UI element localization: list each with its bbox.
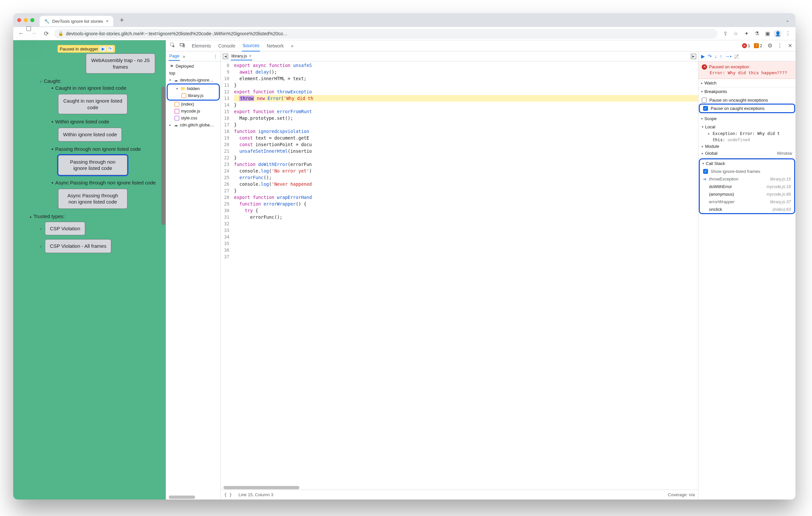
navigator-scrollbar[interactable] <box>166 495 221 499</box>
exception-error-icon: ✕ <box>702 64 707 70</box>
stack-frame[interactable]: errorWrapperlibrary.js:37 <box>700 198 794 206</box>
stepover-chip-icon[interactable]: ↷ <box>107 46 113 52</box>
tab-elements[interactable]: Elements <box>191 40 211 51</box>
new-tab-button[interactable]: + <box>117 16 124 24</box>
paused-in-debugger-chip: Paused in debugger ▶ ↷ <box>57 45 115 53</box>
resume-icon[interactable]: ▶ <box>701 54 705 59</box>
stack-frame[interactable]: doWithErrormycode.js:18 <box>700 183 794 190</box>
caught-item-1: Caught in non ignore listed code <box>52 85 164 91</box>
tabs-menu-chevron-icon[interactable]: ⌄ <box>786 18 791 23</box>
breakpoints-section[interactable]: ▾Breakpoints <box>698 87 795 96</box>
pause-uncaught-row[interactable]: Pause on uncaught exceptions <box>698 96 795 104</box>
editor-tab-library[interactable]: library.js × <box>231 52 252 60</box>
scope-module[interactable]: Module <box>698 143 795 150</box>
bookmark-star-icon[interactable]: ☆ <box>731 30 740 37</box>
step-icon[interactable]: →• <box>725 54 731 59</box>
scope-this: this: undefined <box>698 136 795 143</box>
close-tab-icon[interactable]: × <box>106 19 109 24</box>
tree-file-index[interactable]: (index) <box>166 101 221 108</box>
toggle-debugger-icon[interactable]: ▶ <box>691 54 696 59</box>
tree-folder-hidden[interactable]: 📁hidden <box>168 85 219 92</box>
extensions-puzzle-icon[interactable]: ✦ <box>742 30 751 37</box>
scope-local[interactable]: Local <box>698 123 795 130</box>
close-file-icon[interactable]: × <box>249 54 252 58</box>
zoom-window[interactable] <box>30 18 34 22</box>
tree-deployed[interactable]: ⚑Deployed <box>166 63 221 70</box>
wasm-trap-button[interactable]: WebAssembly trap - no JS frames <box>86 54 155 73</box>
coverage-label: Coverage: n/a <box>668 492 695 497</box>
share-icon[interactable]: ⇪ <box>721 30 729 37</box>
tree-origin[interactable]: ☁devtools-ignore… <box>166 77 221 84</box>
reload-button[interactable]: ⟳ <box>41 30 51 37</box>
format-icon[interactable]: { } <box>224 492 232 497</box>
tree-top[interactable]: top <box>166 70 221 77</box>
forward-button: → <box>29 30 38 37</box>
pause-uncaught-checkbox[interactable] <box>702 98 707 102</box>
sidepanel-icon[interactable]: ▣ <box>763 30 772 37</box>
navigator-menu-icon[interactable]: ⋮ <box>213 54 218 59</box>
rendered-page: Paused in debugger ▶ ↷ WebAssembly trap … <box>13 40 166 499</box>
csp-violation-button[interactable]: CSP Violation <box>45 222 85 236</box>
experiments-flask-icon[interactable]: ⚗ <box>753 30 761 37</box>
device-toolbar-icon[interactable] <box>179 42 186 49</box>
more-tabs-icon[interactable]: » <box>290 40 294 51</box>
trusted-types-heading: Trusted types: <box>30 213 164 219</box>
paused-message: ✕Paused on exception Error: Why did this… <box>698 61 795 79</box>
code-editor[interactable]: 8910111213141516171819202122232425262728… <box>221 61 698 486</box>
tab-sources[interactable]: Sources <box>242 40 260 52</box>
stack-frame[interactable]: onclick(index):83 <box>700 206 794 213</box>
tree-file-library[interactable]: library.js <box>168 92 219 99</box>
profile-avatar[interactable]: 👤 <box>774 30 782 38</box>
stepover-icon[interactable]: ↷ <box>708 54 712 59</box>
async-passing-button[interactable]: Async Passing through non ignore listed … <box>58 189 127 209</box>
within-ignore-button[interactable]: Within ignore listed code <box>58 128 122 142</box>
toggle-navigator-icon[interactable]: ◀ <box>223 54 228 59</box>
minimize-window[interactable] <box>24 18 28 22</box>
browser-tab[interactable]: 🔧 DevTools ignore list stories × <box>39 16 113 26</box>
devtools-topbar: Elements Console Sources Network » ✕1 !2… <box>166 40 795 52</box>
deactivate-breakpoints-icon[interactable]: ⬚̸ <box>734 54 739 59</box>
tree-cdn[interactable]: ☁cdn.glitch.globa… <box>166 121 221 128</box>
resume-chip-icon[interactable]: ▶ <box>100 46 106 52</box>
editor-status-bar: { } Line 15, Column 3 Coverage: n/a <box>221 490 698 499</box>
settings-gear-icon[interactable]: ⚙ <box>767 42 773 49</box>
editor-scrollbar[interactable] <box>221 486 698 490</box>
stepout-icon[interactable]: ↑ <box>720 54 723 59</box>
tab-console[interactable]: Console <box>218 40 236 51</box>
devtools-menu-icon[interactable]: ⋮ <box>777 42 783 49</box>
navigator-more-icon[interactable]: » <box>182 54 185 59</box>
page-scrollbar[interactable] <box>161 40 166 499</box>
back-button[interactable]: ← <box>17 30 26 37</box>
browser-toolbar: ← → ⟳ 🔒 devtools-ignore-list-stories.gli… <box>13 27 795 40</box>
close-devtools-icon[interactable]: ✕ <box>786 42 794 49</box>
close-window[interactable] <box>17 18 21 22</box>
callstack-section[interactable]: ▾Call Stack <box>700 159 794 168</box>
caught-item-2: Within ignore listed code <box>52 119 164 124</box>
tab-network[interactable]: Network <box>266 40 284 51</box>
warnings-badge[interactable]: !2 <box>754 43 762 48</box>
scope-global[interactable]: GlobalWindow <box>698 150 795 157</box>
passing-through-button[interactable]: Passing through non ignore listed code <box>58 155 127 175</box>
caught-non-ignore-button[interactable]: Caught in non ignore listed code <box>58 94 127 114</box>
line-gutter: 8910111213141516171819202122232425262728… <box>221 61 232 486</box>
navigator-page-tab[interactable]: Page <box>169 52 180 61</box>
inspect-element-icon[interactable] <box>169 42 177 49</box>
address-bar[interactable]: 🔒 devtools-ignore-list-stories.glitch.me… <box>54 29 718 39</box>
pause-caught-checkbox[interactable]: ✓ <box>703 106 708 111</box>
scope-exception[interactable]: ▸ Exception: Error: Why did t <box>698 130 795 136</box>
csp-violation-all-button[interactable]: CSP Violation - All frames <box>45 239 111 253</box>
debugger-sidebar: ▶ ↷ ↓ ↑ →• ⬚̸ ✕Paused on exception Error… <box>698 52 795 499</box>
show-ignored-frames-row[interactable]: ✓ Show ignore-listed frames <box>700 168 794 175</box>
scope-section[interactable]: ▾Scope <box>698 115 795 123</box>
stack-frame[interactable]: (anonymous)mycode.js:89 <box>700 190 794 198</box>
lock-icon: 🔒 <box>58 31 63 36</box>
stack-frame[interactable]: ➔throwExceptionlibrary.js:15 <box>700 175 794 183</box>
tree-file-style[interactable]: style.css <box>166 115 221 121</box>
stepinto-icon[interactable]: ↓ <box>715 54 717 59</box>
show-ignored-checkbox[interactable]: ✓ <box>703 169 708 174</box>
errors-badge[interactable]: ✕1 <box>742 43 750 48</box>
tree-file-mycode[interactable]: mycode.js <box>166 108 221 115</box>
pause-caught-row[interactable]: ✓ Pause on caught exceptions <box>700 104 794 112</box>
watch-section[interactable]: ▸Watch <box>698 79 795 87</box>
chrome-menu-icon[interactable]: ⋮ <box>784 30 792 37</box>
